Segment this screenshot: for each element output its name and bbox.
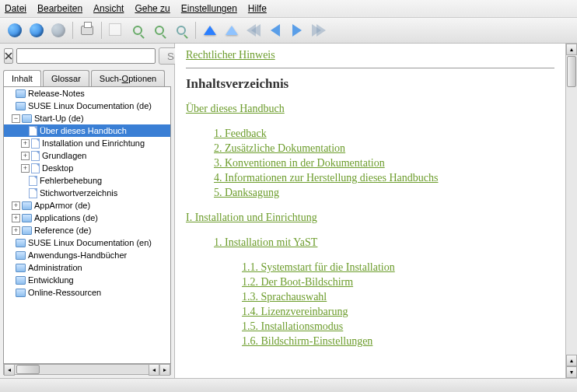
tab-search-options[interactable]: Such-Optionen bbox=[91, 70, 165, 86]
zoom-in-icon bbox=[155, 26, 164, 35]
tree-item[interactable]: Online-Ressourcen bbox=[4, 286, 170, 299]
menu-help[interactable]: Hilfe bbox=[248, 3, 267, 14]
tree-item[interactable]: Fehlerbehebung bbox=[4, 174, 170, 187]
link[interactable]: 1.4. Lizenzvereinbarung bbox=[242, 306, 348, 317]
toc-heading: Inhaltsverzeichnis bbox=[186, 76, 554, 92]
expand-icon[interactable]: + bbox=[21, 164, 30, 173]
v-scrollbar[interactable]: ▴ ▴ ▾ bbox=[565, 44, 577, 378]
link[interactable]: 1.1. Systemstart für die Installation bbox=[242, 261, 395, 273]
menubar: Datei Bearbeiten Ansicht Gehe zu Einstel… bbox=[0, 0, 577, 18]
triangle-up-icon bbox=[204, 26, 216, 35]
up-outline-button[interactable] bbox=[222, 20, 242, 40]
tree-item[interactable]: +Reference (de) bbox=[4, 224, 170, 236]
scroll-thumb[interactable] bbox=[16, 365, 40, 374]
link[interactable]: 5. Danksagung bbox=[214, 187, 279, 198]
scroll-right-button[interactable]: ◂ bbox=[149, 364, 159, 376]
copy-icon bbox=[110, 25, 121, 36]
link[interactable]: 2. Zusätzliche Dokumentation bbox=[214, 142, 345, 154]
find-button[interactable] bbox=[128, 20, 148, 40]
tab-glossary[interactable]: Glossar bbox=[43, 70, 89, 86]
page-icon bbox=[29, 126, 37, 136]
link-ch1[interactable]: 1. Installation mit YaST bbox=[214, 236, 317, 248]
tree-item[interactable]: Entwicklung bbox=[4, 274, 170, 286]
nav-tree[interactable]: Release-Notes SUSE Linux Documentation (… bbox=[3, 86, 171, 364]
zoom-out-button[interactable] bbox=[171, 20, 191, 40]
book-icon bbox=[22, 201, 32, 210]
tree-item[interactable]: +AppArmor (de) bbox=[4, 199, 170, 212]
expand-icon[interactable]: + bbox=[21, 152, 30, 160]
menu-edit[interactable]: Bearbeiten bbox=[37, 3, 82, 14]
link[interactable]: 1. Feedback bbox=[214, 128, 267, 139]
link-part1[interactable]: I. Installation und Einrichtung bbox=[186, 212, 317, 223]
book-icon bbox=[16, 289, 26, 297]
expand-icon[interactable]: + bbox=[12, 226, 20, 235]
forward-button[interactable] bbox=[26, 20, 47, 40]
tree-item[interactable]: Administration bbox=[4, 261, 170, 274]
zoom-in-button[interactable] bbox=[149, 20, 170, 40]
book-icon bbox=[22, 226, 32, 235]
menu-view[interactable]: Ansicht bbox=[93, 3, 124, 14]
link[interactable]: 1.2. Der Boot-Bildschirm bbox=[242, 276, 353, 288]
link[interactable]: 1.5. Installationsmodus bbox=[242, 320, 343, 332]
copy-button bbox=[106, 20, 126, 40]
close-sidebar-button[interactable] bbox=[4, 48, 13, 64]
tree-item[interactable]: Anwendungs-Handbücher bbox=[4, 249, 170, 261]
tree-item[interactable]: +Desktop bbox=[4, 162, 170, 174]
scroll-right-button[interactable]: ▸ bbox=[159, 364, 170, 376]
content-pane: Rechtlicher Hinweis Inhaltsverzeichnis Ü… bbox=[175, 44, 577, 378]
tree-item[interactable]: Release-Notes bbox=[4, 87, 170, 100]
up-button[interactable] bbox=[200, 20, 220, 40]
prev-button[interactable] bbox=[265, 20, 285, 40]
stop-button bbox=[48, 20, 68, 40]
tree-item[interactable]: SUSE Linux Documentation (de) bbox=[4, 100, 170, 112]
link[interactable]: 1.6. Bildschirm-Einstellungen bbox=[242, 335, 372, 347]
page-icon bbox=[31, 163, 40, 173]
separator bbox=[101, 22, 102, 39]
tree-item-selected[interactable]: Über dieses Handbuch bbox=[4, 124, 170, 137]
tree-item[interactable]: −Start-Up (de) bbox=[4, 112, 170, 124]
separator bbox=[72, 22, 73, 39]
tree-item[interactable]: +Installation und Einrichtung bbox=[4, 137, 170, 149]
menu-settings[interactable]: Einstellungen bbox=[181, 3, 237, 14]
scroll-thumb[interactable] bbox=[567, 56, 576, 87]
sidebar: Suchen Inhalt Glossar Such-Optionen Rele… bbox=[0, 44, 175, 378]
globe-icon bbox=[30, 23, 44, 37]
book-icon bbox=[16, 89, 26, 98]
search-input[interactable] bbox=[16, 48, 156, 64]
document-body[interactable]: Rechtlicher Hinweis Inhaltsverzeichnis Ü… bbox=[175, 44, 565, 378]
tab-content[interactable]: Inhalt bbox=[3, 70, 41, 86]
tree-item[interactable]: Stichwortverzeichnis bbox=[4, 187, 170, 199]
scroll-left-button[interactable]: ◂ bbox=[4, 364, 15, 376]
toolbar bbox=[0, 18, 577, 44]
expand-icon[interactable]: + bbox=[12, 201, 20, 210]
globe-icon bbox=[8, 23, 22, 37]
zoom-out-icon bbox=[177, 26, 186, 35]
link[interactable]: 1.3. Sprachauswahl bbox=[242, 291, 327, 303]
print-button[interactable] bbox=[77, 20, 97, 40]
scroll-down-button[interactable]: ▾ bbox=[566, 366, 577, 378]
book-icon bbox=[16, 264, 26, 272]
tree-item[interactable]: +Applications (de) bbox=[4, 212, 170, 224]
expand-icon[interactable]: + bbox=[21, 139, 30, 148]
next-button[interactable] bbox=[287, 20, 307, 40]
back-button[interactable] bbox=[5, 20, 25, 40]
tree-item[interactable]: +Grundlagen bbox=[4, 149, 170, 162]
link[interactable]: 3. Konventionen in der Dokumentation bbox=[214, 157, 385, 169]
separator bbox=[195, 22, 196, 39]
page-icon bbox=[31, 151, 40, 161]
link-legal[interactable]: Rechtlicher Hinweis bbox=[186, 49, 275, 61]
tree-item[interactable]: SUSE Linux Documentation (en) bbox=[4, 236, 170, 249]
book-icon bbox=[22, 214, 32, 222]
link-about[interactable]: Über dieses Handbuch bbox=[186, 103, 285, 114]
main-area: Suchen Inhalt Glossar Such-Optionen Rele… bbox=[0, 44, 577, 378]
scroll-up-button[interactable]: ▴ bbox=[566, 355, 577, 366]
expand-icon[interactable]: + bbox=[12, 214, 20, 222]
h-scrollbar[interactable]: ◂ ◂ ▸ bbox=[3, 364, 171, 375]
menu-file[interactable]: Datei bbox=[5, 3, 26, 14]
link[interactable]: 4. Informationen zur Herstellung dieses … bbox=[214, 172, 438, 184]
page-icon bbox=[31, 138, 40, 149]
collapse-icon[interactable]: − bbox=[12, 114, 20, 123]
triangle-up-outline-icon bbox=[226, 26, 238, 35]
scroll-up-button[interactable]: ▴ bbox=[566, 44, 577, 55]
menu-goto[interactable]: Gehe zu bbox=[135, 3, 170, 14]
